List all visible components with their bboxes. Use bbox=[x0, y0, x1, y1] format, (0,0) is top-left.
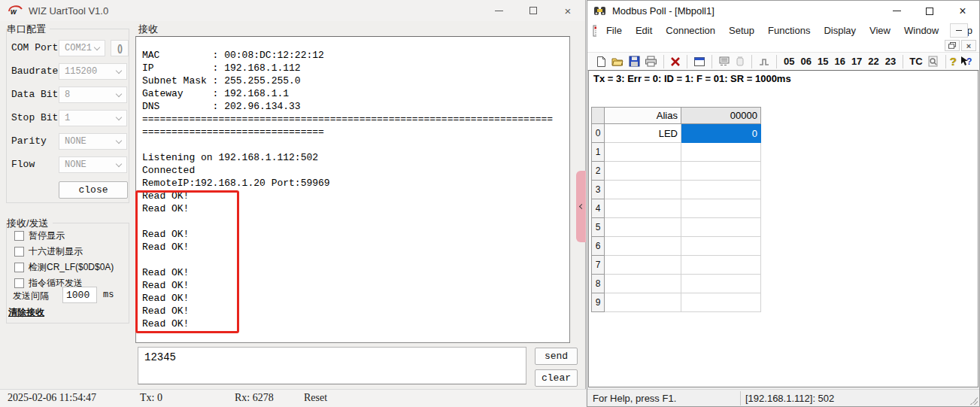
menu-connection[interactable]: Connection bbox=[659, 21, 722, 40]
value-cell-4[interactable] bbox=[681, 199, 761, 218]
value-cell-5[interactable] bbox=[681, 218, 761, 237]
serial-config-group-title: 串口配置 bbox=[7, 23, 50, 36]
menu-setup[interactable]: Setup bbox=[722, 21, 761, 40]
row-header-7[interactable]: 7 bbox=[592, 256, 605, 275]
dropdown-baudrate[interactable]: 115200 bbox=[59, 63, 127, 80]
menu-window[interactable]: Window bbox=[897, 21, 945, 40]
menu-view[interactable]: View bbox=[863, 21, 897, 40]
slide-panel-handle[interactable] bbox=[576, 171, 586, 242]
grid-corner-header[interactable] bbox=[592, 108, 605, 124]
status-reset[interactable]: Reset bbox=[304, 392, 327, 404]
toolbar-function-22[interactable]: 22 bbox=[868, 56, 878, 67]
checkbox-0[interactable] bbox=[14, 231, 24, 241]
serial-close-button[interactable]: close bbox=[59, 181, 128, 199]
row-header-6[interactable]: 6 bbox=[592, 237, 605, 256]
row-header-2[interactable]: 2 bbox=[592, 162, 605, 181]
checkbox-row-1: 十六进制显示 bbox=[14, 246, 129, 257]
disconnect-button[interactable] bbox=[670, 56, 681, 67]
grid-address-header[interactable]: 00000 bbox=[681, 108, 761, 124]
zoom-document-button[interactable] bbox=[927, 56, 939, 67]
send-input-area[interactable]: 12345 bbox=[138, 347, 526, 384]
alias-cell-0[interactable]: LED bbox=[605, 124, 681, 143]
clear-receive-link[interactable]: 清除接收 bbox=[8, 306, 44, 319]
row-header-0[interactable]: 0 bbox=[592, 124, 605, 143]
alias-cell-9[interactable] bbox=[605, 293, 681, 312]
context-help-button[interactable]: ? bbox=[959, 56, 972, 67]
toolbar-function-17[interactable]: 17 bbox=[851, 56, 862, 67]
row-header-8[interactable]: 8 bbox=[592, 275, 605, 293]
alias-cell-4[interactable] bbox=[605, 199, 681, 218]
alias-cell-6[interactable] bbox=[605, 237, 681, 256]
value-cell-8[interactable] bbox=[681, 275, 761, 293]
dropdown-stop-bit[interactable]: 1 bbox=[59, 110, 127, 126]
receive-log-area[interactable]: MAC : 00:08:DC:12:22:12 IP : 192.168.1.1… bbox=[135, 36, 570, 343]
value-cell-7[interactable] bbox=[681, 256, 761, 275]
dropdown-data-bit[interactable]: 8 bbox=[59, 87, 127, 103]
close-button[interactable]: × bbox=[946, 1, 979, 21]
save-button[interactable] bbox=[629, 56, 640, 67]
alias-cell-8[interactable] bbox=[605, 275, 681, 293]
alias-cell-7[interactable] bbox=[605, 256, 681, 275]
maximize-button[interactable] bbox=[516, 0, 551, 21]
toolbar-function-16[interactable]: 16 bbox=[834, 56, 845, 67]
value-cell-3[interactable] bbox=[681, 181, 761, 199]
row-header-3[interactable]: 3 bbox=[592, 181, 605, 199]
uarttool-titlebar: w WIZ UartTool V1.0 × bbox=[0, 0, 585, 21]
toolbar-function-15[interactable]: 15 bbox=[818, 56, 828, 67]
menu-functions[interactable]: Functions bbox=[761, 21, 817, 40]
modbus-window-title: Modbus Poll - [Mbpoll1] bbox=[612, 5, 715, 17]
serial-row-parity: ParityNONE bbox=[7, 133, 129, 150]
row-header-4[interactable]: 4 bbox=[592, 199, 605, 218]
alias-cell-3[interactable] bbox=[605, 181, 681, 199]
send-interval-input[interactable] bbox=[62, 287, 97, 303]
menu-file[interactable]: File bbox=[599, 21, 629, 40]
alias-cell-2[interactable] bbox=[605, 162, 681, 181]
toolbar-function-23[interactable]: 23 bbox=[885, 56, 896, 67]
mdi-minimize-button[interactable] bbox=[950, 23, 968, 38]
test-center-button[interactable]: TC bbox=[909, 56, 922, 67]
printer-icon bbox=[645, 56, 657, 67]
value-cell-2[interactable] bbox=[681, 162, 761, 181]
checkbox-1[interactable] bbox=[14, 247, 24, 257]
field-label-baudrate: Baudrate bbox=[11, 65, 58, 77]
alias-cell-1[interactable] bbox=[605, 143, 681, 162]
refresh-com-ports-button[interactable]: () bbox=[111, 40, 129, 56]
dropdown-flow[interactable]: NONE bbox=[59, 156, 127, 173]
menu-display[interactable]: Display bbox=[817, 21, 863, 40]
grid-row-5: 5 bbox=[592, 218, 761, 237]
mdi-close-button[interactable]: × bbox=[961, 40, 976, 51]
value-cell-9[interactable] bbox=[681, 293, 761, 312]
open-file-button[interactable] bbox=[611, 56, 624, 67]
dropdown-parity[interactable]: NONE bbox=[59, 133, 127, 150]
mdi-controls-row: × bbox=[587, 40, 979, 52]
setup-dialog-button[interactable] bbox=[693, 56, 705, 67]
menu-edit[interactable]: Edit bbox=[629, 21, 659, 40]
row-header-9[interactable]: 9 bbox=[592, 293, 605, 312]
checkbox-2[interactable] bbox=[14, 263, 24, 272]
row-header-1[interactable]: 1 bbox=[592, 143, 605, 162]
minimize-button[interactable] bbox=[481, 0, 516, 21]
alias-cell-5[interactable] bbox=[605, 218, 681, 237]
value-cell-6[interactable] bbox=[681, 237, 761, 256]
grid-alias-header[interactable]: Alias bbox=[605, 108, 681, 124]
close-button[interactable]: × bbox=[551, 0, 585, 21]
toolbar-function-05[interactable]: 05 bbox=[784, 56, 794, 67]
maximize-button[interactable] bbox=[913, 1, 946, 21]
dropdown-com-port[interactable]: COM21 bbox=[59, 40, 105, 56]
send-button[interactable]: send bbox=[535, 348, 578, 365]
print-button[interactable] bbox=[645, 56, 657, 67]
new-file-button[interactable] bbox=[596, 56, 607, 68]
mdi-restore-button[interactable] bbox=[945, 40, 960, 51]
chevron-left-icon bbox=[579, 204, 584, 209]
toolbar-function-06[interactable]: 06 bbox=[800, 56, 811, 67]
value-cell-1[interactable] bbox=[681, 143, 761, 162]
resize-grip[interactable] bbox=[970, 397, 978, 405]
help-button[interactable]: ? bbox=[950, 55, 957, 68]
communication-traffic-button[interactable] bbox=[718, 56, 730, 67]
pulse-button[interactable] bbox=[758, 56, 770, 67]
value-cell-0[interactable]: 0 bbox=[681, 124, 761, 143]
row-header-5[interactable]: 5 bbox=[592, 218, 605, 237]
grid-row-8: 8 bbox=[592, 275, 761, 293]
clear-button[interactable]: clear bbox=[535, 369, 578, 387]
minimize-button[interactable] bbox=[880, 1, 913, 21]
